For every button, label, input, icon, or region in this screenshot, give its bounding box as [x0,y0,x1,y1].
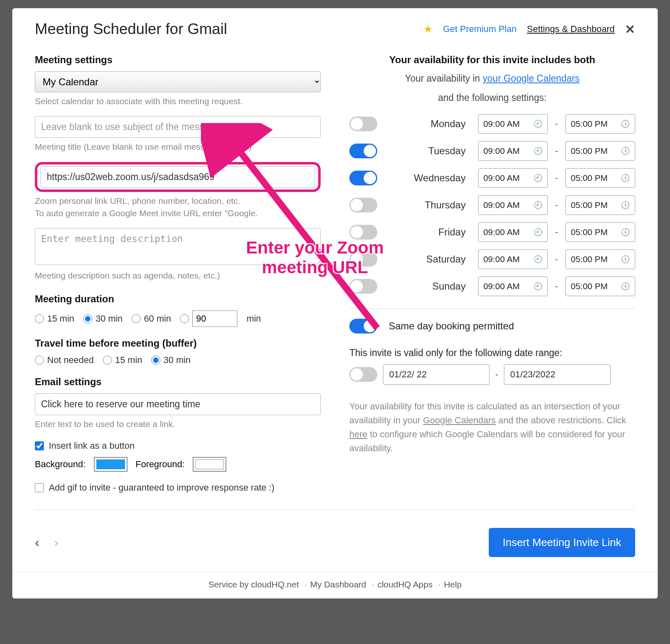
end-time-input[interactable]: 05:00 PM🕔 [565,195,635,215]
duration-custom[interactable] [180,311,237,327]
start-time-input[interactable]: 09:00 AM🕘 [478,168,548,188]
day-label: Tuesday [385,145,471,157]
buffer-options: Not needed 15 min 30 min [35,355,321,365]
insert-meeting-button[interactable]: Insert Meeting Invite Link [489,528,635,557]
day-label: Thursday [385,199,471,211]
start-time-input[interactable]: 09:00 AM🕘 [478,249,548,269]
clock-icon: 🕘 [533,201,542,210]
clock-icon: 🕔 [621,174,630,183]
prev-icon[interactable]: ‹ [35,535,39,550]
right-column: Your availability for this invite includ… [349,54,635,493]
zoom-help-1: Zoom personal link URL, phone number, lo… [35,195,321,207]
day-toggle-thursday[interactable] [349,198,377,212]
meeting-description-input[interactable] [35,228,321,265]
meeting-title-input[interactable] [35,116,321,138]
availability-note: Your availability for this invite is cal… [349,400,635,455]
clock-icon: 🕘 [533,174,542,183]
duration-custom-input[interactable] [192,311,237,327]
fg-label: Foreground: [136,459,185,470]
zoom-url-input[interactable] [41,166,315,188]
day-label: Wednesday [385,172,471,184]
note-gcal-link[interactable]: Google Calendars [423,415,496,425]
avail-row-tuesday: Tuesday09:00 AM🕘-05:00 PM🕔 [349,141,635,161]
star-icon: ★ [424,23,433,35]
end-time-input[interactable]: 05:00 PM🕔 [565,168,635,188]
clock-icon: 🕘 [533,228,542,237]
insert-as-button-checkbox[interactable] [35,441,44,450]
next-icon[interactable]: › [54,535,59,550]
clock-icon: 🕘 [533,282,542,291]
start-time-input[interactable]: 09:00 AM🕘 [478,114,548,134]
clock-icon: 🕔 [621,228,630,237]
settings-dashboard-link[interactable]: Settings & Dashboard [527,24,615,34]
calendar-select[interactable]: My Calendar [35,71,321,92]
my-dashboard-link[interactable]: My Dashboard [310,580,366,589]
insert-as-button-row: Insert link as a button [35,441,321,451]
end-time-input[interactable]: 05:00 PM🕔 [565,249,635,269]
left-column: Meeting settings My Calendar Select cale… [35,54,321,493]
same-day-label: Same day booking permitted [389,320,514,332]
day-toggle-monday[interactable] [349,116,377,131]
start-time-input[interactable]: 09:00 AM🕘 [478,195,548,215]
clock-icon: 🕘 [533,119,542,128]
duration-15[interactable]: 15 min [35,313,74,324]
day-toggle-friday[interactable] [349,225,377,240]
duration-30[interactable]: 30 min [83,313,123,324]
clock-icon: 🕔 [621,119,630,128]
cloudhq-link[interactable]: cloudHQ.net [251,580,299,589]
clock-icon: 🕔 [621,282,630,291]
email-settings-heading: Email settings [35,376,321,388]
desc-help: Meeting description such as agenda, note… [35,270,321,281]
email-help: Enter text to be used to create a link. [35,418,321,430]
date-to-input[interactable]: 01/23/2022 [504,364,611,385]
start-time-input[interactable]: 09:00 AM🕘 [478,141,548,161]
bg-label: Background: [35,459,86,470]
bg-color-picker[interactable] [94,457,128,472]
calendar-help: Select calendar to associate with this m… [35,96,321,107]
service-bar: Service by cloudHQ.net ·My Dashboard ·cl… [12,572,658,598]
day-label: Monday [385,118,471,130]
start-time-input[interactable]: 09:00 AM🕘 [478,276,548,296]
help-link[interactable]: Help [444,580,462,589]
add-gif-checkbox[interactable] [35,483,44,492]
cloudhq-apps-link[interactable]: cloudHQ Apps [378,580,433,589]
date-range-toggle[interactable] [349,367,377,382]
day-toggle-sunday[interactable] [349,279,377,294]
availability-heading: Your availability for this invite includ… [349,54,635,66]
same-day-toggle[interactable] [349,319,377,333]
google-calendars-link[interactable]: your Google Calendars [483,73,580,84]
meeting-settings-heading: Meeting settings [35,54,321,66]
avail-row-saturday: Saturday09:00 AM🕘-05:00 PM🕔 [349,249,635,269]
end-time-input[interactable]: 05:00 PM🕔 [565,141,635,161]
header-actions: ★ Get Premium Plan Settings & Dashboard … [424,22,635,37]
duration-60[interactable]: 60 min [132,313,171,324]
meeting-title-help: Meeting title (Leave blank to use email … [35,141,321,153]
avail-row-thursday: Thursday09:00 AM🕘-05:00 PM🕔 [349,195,635,215]
end-time-input[interactable]: 05:00 PM🕔 [565,276,635,296]
date-from-input[interactable]: 01/22/ 22 [383,364,490,385]
avail-row-wednesday: Wednesday09:00 AM🕘-05:00 PM🕔 [349,168,635,188]
buffer-none[interactable]: Not needed [35,355,94,365]
buffer-30[interactable]: 30 min [151,355,191,365]
end-time-input[interactable]: 05:00 PM🕔 [565,222,635,242]
clock-icon: 🕘 [533,255,542,264]
email-link-text-input[interactable] [35,393,321,415]
pager: ‹ › [35,535,58,550]
buffer-15[interactable]: 15 min [103,355,142,365]
day-toggle-wednesday[interactable] [349,171,377,185]
zoom-help-2: To auto generate a Google Meet invite UR… [35,208,321,219]
fg-color-picker[interactable] [193,457,226,472]
close-icon[interactable]: ✕ [625,22,635,37]
date-dash: - [495,369,498,380]
note-here-link[interactable]: here [349,429,367,439]
day-toggle-saturday[interactable] [349,252,377,267]
day-toggle-tuesday[interactable] [349,144,377,158]
meeting-scheduler-modal: Meeting Scheduler for Gmail ★ Get Premiu… [12,8,658,598]
premium-link[interactable]: Get Premium Plan [443,24,517,34]
start-time-input[interactable]: 09:00 AM🕘 [478,222,548,242]
clock-icon: 🕔 [621,255,630,264]
day-label: Saturday [385,253,471,265]
availability-sub2: and the following settings: [349,92,635,103]
end-time-input[interactable]: 05:00 PM🕔 [565,114,635,134]
avail-row-sunday: Sunday09:00 AM🕘-05:00 PM🕔 [349,276,635,296]
